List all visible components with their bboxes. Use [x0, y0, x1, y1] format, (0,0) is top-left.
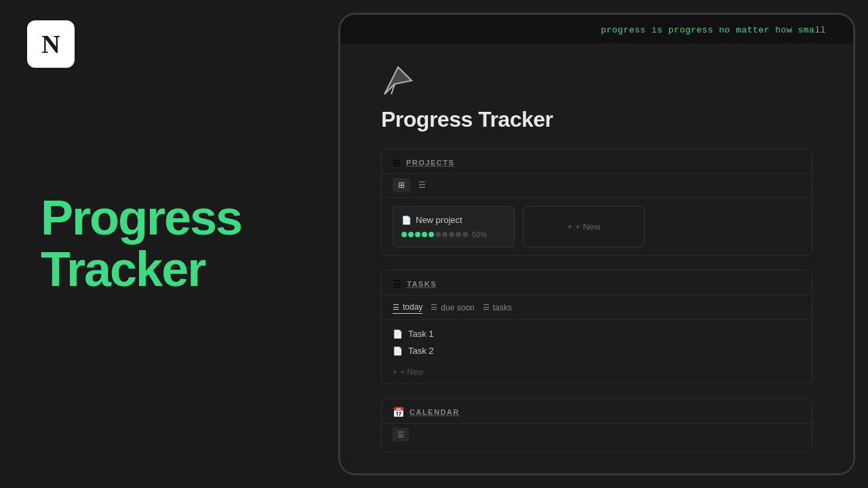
list-icon: ☰: [418, 180, 426, 190]
title-line2: Tracker: [41, 244, 292, 296]
tasks-section-icon: ☰: [393, 279, 401, 289]
project-card-name: New project: [416, 215, 462, 225]
task-1-icon: 📄: [393, 329, 403, 339]
right-panel: progress is progress no matter how small…: [332, 0, 868, 488]
notion-logo-letter: N: [41, 29, 60, 59]
projects-grid: 📄 New project: [382, 198, 812, 256]
task-2-icon: 📄: [393, 346, 403, 356]
gallery-icon: ⊞: [398, 180, 405, 190]
dot-4: [422, 232, 427, 237]
tasks-tab-all[interactable]: ☰ tasks: [483, 301, 512, 314]
due-soon-tab-icon: ☰: [431, 303, 437, 312]
dot-9: [456, 232, 461, 237]
tasks-header: ☰ TASKS: [382, 270, 812, 296]
tasks-list: 📄 Task 1 📄 Task 2: [382, 320, 812, 365]
dot-7: [442, 232, 448, 237]
calendar-grid-tab[interactable]: ☰: [393, 428, 409, 441]
page-content: Progress Tracker ⊞ PROJECTS ⊞ ☰: [340, 43, 853, 473]
svg-marker-2: [384, 67, 412, 94]
calendar-section-title: CALENDAR: [410, 408, 460, 416]
page-title: Progress Tracker: [381, 107, 812, 132]
projects-section: ⊞ PROJECTS ⊞ ☰ 📄: [381, 148, 812, 256]
left-title: Progress Tracker: [41, 192, 292, 295]
new-project-card[interactable]: + + New: [523, 206, 645, 247]
calendar-header: 📅 CALENDAR: [382, 399, 812, 424]
projects-list-tab[interactable]: ☰: [413, 178, 431, 192]
progress-dots: 50%: [401, 230, 506, 239]
add-new-plus: +: [393, 367, 397, 377]
task-item-1[interactable]: 📄 Task 1: [393, 325, 801, 342]
add-new-label: + New: [400, 367, 423, 377]
title-line1: Progress: [41, 192, 292, 244]
notion-logo: N: [27, 20, 75, 68]
notion-content[interactable]: progress is progress no matter how small…: [340, 15, 853, 473]
projects-section-icon: ⊞: [393, 157, 401, 168]
tablet-frame: progress is progress no matter how small…: [339, 14, 854, 474]
tasks-tabs: ☰ today ☰ due soon ☰ tasks: [382, 296, 812, 320]
calendar-view-tab-row: ☰: [382, 424, 812, 447]
new-project-label: + New: [575, 222, 600, 232]
calendar-section-icon: 📅: [393, 407, 404, 418]
projects-gallery-tab[interactable]: ⊞: [393, 178, 410, 192]
new-project-plus: +: [568, 222, 573, 232]
task-2-label: Task 2: [408, 346, 434, 356]
task-1-label: Task 1: [408, 329, 434, 339]
progress-label: 50%: [472, 230, 487, 239]
projects-section-title: PROJECTS: [406, 159, 454, 167]
all-tasks-tab-icon: ☰: [483, 303, 490, 312]
add-new-task-btn[interactable]: + + New: [382, 365, 812, 384]
project-card[interactable]: 📄 New project: [393, 206, 515, 247]
calendar-section: 📅 CALENDAR ☰: [381, 398, 812, 453]
tasks-section-title: TASKS: [407, 280, 437, 288]
today-tab-label: today: [403, 302, 422, 312]
dot-10: [462, 232, 468, 237]
projects-header: ⊞ PROJECTS: [382, 149, 812, 174]
dot-5: [429, 232, 434, 237]
project-card-title-row: 📄 New project: [401, 215, 506, 225]
paper-plane-icon: [381, 64, 415, 98]
tasks-tab-due-soon[interactable]: ☰ due soon: [431, 301, 474, 314]
left-panel: N Progress Tracker: [0, 0, 332, 488]
dot-3: [415, 232, 420, 237]
quote-bar: progress is progress no matter how small: [340, 15, 853, 43]
dot-2: [408, 232, 414, 237]
quote-text: progress is progress no matter how small: [601, 25, 826, 35]
dot-1: [401, 232, 407, 237]
projects-view-tabs: ⊞ ☰: [382, 174, 812, 198]
today-tab-icon: ☰: [393, 303, 399, 312]
tasks-tab-today[interactable]: ☰ today: [393, 301, 422, 314]
dot-6: [435, 232, 441, 237]
calendar-grid-icon: ☰: [397, 430, 404, 439]
all-tasks-tab-label: tasks: [493, 303, 512, 312]
task-item-2[interactable]: 📄 Task 2: [393, 342, 801, 359]
page-icon: [381, 64, 812, 100]
tasks-section: ☰ TASKS ☰ today ☰ due soon ☰: [381, 270, 812, 384]
dot-8: [449, 232, 454, 237]
project-card-file-icon: 📄: [401, 216, 412, 225]
due-soon-tab-label: due soon: [441, 303, 474, 312]
